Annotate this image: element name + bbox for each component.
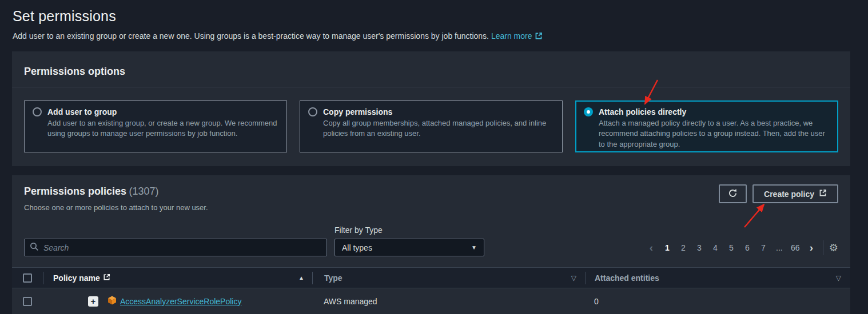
policies-description: Choose one or more policies to attach to… — [24, 203, 208, 212]
managed-policy-icon — [107, 296, 117, 307]
learn-more-link[interactable]: Learn more — [491, 31, 543, 41]
row-checkbox[interactable] — [23, 297, 32, 306]
pagination-page-5[interactable]: 5 — [723, 243, 739, 252]
option-description: Add user to an existing group, or create… — [47, 118, 278, 139]
pagination-page-4[interactable]: 4 — [707, 243, 723, 252]
page-title: Set permissions — [13, 8, 116, 25]
external-link-icon — [819, 189, 827, 199]
search-box[interactable] — [24, 239, 327, 256]
type-filter-value: All types — [342, 243, 372, 252]
pagination-next[interactable]: › — [803, 242, 819, 253]
radio-selected-icon[interactable] — [584, 107, 593, 116]
set-permissions-page: Set permissions Add user to an existing … — [0, 0, 868, 314]
policy-name-header-label: Policy name — [53, 273, 100, 283]
option-copy-permissions[interactable]: Copy permissions Copy all group membersh… — [300, 100, 563, 152]
search-icon — [30, 242, 39, 253]
policies-title-text: Permissions policies — [24, 186, 126, 197]
chevron-down-icon: ▼ — [471, 244, 477, 251]
create-policy-button[interactable]: Create policy — [752, 184, 838, 203]
column-header-type[interactable]: Type ▽ — [313, 273, 586, 283]
expand-row-button[interactable]: + — [88, 296, 98, 307]
pagination-page-1[interactable]: 1 — [659, 243, 675, 252]
refresh-icon — [728, 188, 738, 200]
permissions-options-title: Permissions options — [24, 66, 125, 78]
policy-name-link[interactable]: AccessAnalyzerServiceRolePolicy — [120, 297, 241, 306]
create-policy-label: Create policy — [764, 190, 814, 199]
divider — [823, 240, 823, 255]
permissions-policies-card: Permissions policies (1307) Choose one o… — [12, 175, 850, 314]
external-link-icon — [535, 32, 543, 42]
divider — [12, 87, 850, 87]
sort-icon[interactable]: ▽ — [836, 274, 841, 282]
pagination: ‹ 1 2 3 4 5 6 7 ... 66 › ⚙ — [643, 239, 838, 256]
pagination-prev[interactable]: ‹ — [643, 242, 659, 253]
select-all-checkbox[interactable] — [23, 273, 32, 283]
column-header-attached-entities[interactable]: Attached entities ▽ — [586, 273, 850, 283]
option-attach-policies-directly[interactable]: Attach policies directly Attach a manage… — [575, 100, 838, 152]
sort-icon[interactable]: ▽ — [571, 274, 576, 282]
type-filter-dropdown[interactable]: All types ▼ — [335, 239, 484, 256]
attached-entities-header-label: Attached entities — [595, 273, 659, 283]
option-add-user-to-group[interactable]: Add user to group Add user to an existin… — [24, 100, 287, 152]
permissions-options-group: Add user to group Add user to an existin… — [24, 100, 838, 152]
gear-icon[interactable]: ⚙ — [829, 243, 838, 253]
column-header-policy-name[interactable]: Policy name ▲ — [43, 273, 312, 283]
pagination-page-3[interactable]: 3 — [691, 243, 707, 252]
page-subtitle-text: Add user to an existing group or create … — [13, 31, 489, 41]
option-description: Attach a managed policy directly to a us… — [599, 118, 830, 150]
policy-type-cell: AWS managed — [324, 297, 377, 306]
page-subtitle: Add user to an existing group or create … — [13, 31, 543, 42]
refresh-button[interactable] — [719, 184, 747, 203]
permissions-policies-title: Permissions policies (1307) — [24, 186, 159, 198]
table-row: + AccessAnalyzerServiceRolePolicy AWS ma… — [12, 288, 850, 314]
pagination-page-2[interactable]: 2 — [675, 243, 691, 252]
option-label: Copy permissions — [323, 107, 392, 116]
pagination-page-66[interactable]: 66 — [787, 243, 803, 252]
option-label: Add user to group — [47, 107, 117, 116]
pagination-ellipsis: ... — [771, 243, 787, 252]
permissions-options-card: Permissions options Add user to group Ad… — [12, 51, 850, 166]
external-link-icon — [103, 273, 110, 283]
pagination-page-7[interactable]: 7 — [755, 243, 771, 252]
table-header-row: Policy name ▲ Type ▽ Attached entities ▽ — [12, 267, 850, 288]
radio-unselected-icon[interactable] — [33, 107, 42, 116]
policies-count: (1307) — [129, 186, 159, 197]
sort-ascending-icon[interactable]: ▲ — [298, 275, 304, 281]
option-description: Copy all group memberships, attached man… — [323, 118, 554, 139]
filter-by-type-label: Filter by Type — [335, 226, 383, 235]
option-label: Attach policies directly — [599, 107, 686, 116]
pagination-page-6[interactable]: 6 — [739, 243, 755, 252]
learn-more-label: Learn more — [491, 31, 532, 41]
search-input[interactable] — [43, 243, 321, 252]
radio-unselected-icon[interactable] — [308, 107, 317, 116]
attached-entities-cell: 0 — [594, 297, 599, 306]
type-header-label: Type — [324, 273, 343, 283]
